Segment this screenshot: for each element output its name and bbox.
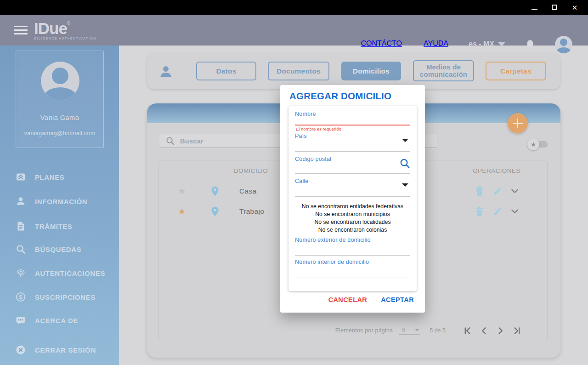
numero-interior-label: Número interior de domicilio	[295, 259, 369, 265]
trash-icon	[475, 186, 484, 196]
chevron-down-icon[interactable]	[402, 183, 408, 187]
dialog-title: AGREGAR DOMICILIO	[289, 91, 391, 102]
sidebar-item-label: AUTENTICACIONES	[35, 269, 105, 277]
pencil-icon	[493, 207, 502, 216]
codigo-postal-input[interactable]	[295, 173, 410, 174]
favorite-star-icon[interactable]: ★	[159, 206, 205, 217]
contact-link[interactable]: CONTÁCTO	[361, 40, 402, 48]
sidebar-item-autenticaciones[interactable]: AUTENTICACIONES	[16, 267, 114, 279]
tab-domicilios[interactable]: Domicilios	[341, 62, 401, 80]
sidebar-item-label: TRÁMITES	[35, 222, 72, 230]
edit-button[interactable]	[493, 207, 502, 216]
dollar-icon: $	[16, 292, 26, 302]
next-page-button[interactable]	[496, 326, 505, 335]
tab-documentos[interactable]: Documentos	[268, 62, 329, 80]
chevron-down-icon	[415, 329, 419, 331]
location-pin-icon	[205, 186, 225, 196]
sidebar-item-cerrar-sesion[interactable]: CERRAR SESIÓN	[16, 344, 114, 356]
delete-button[interactable]	[475, 206, 484, 216]
agregar-domicilio-dialog: AGREGAR DOMICILIO Nombre El nombre es re…	[280, 85, 425, 313]
chat-icon	[16, 315, 26, 325]
postal-search-button[interactable]	[400, 158, 410, 171]
chevron-down-icon[interactable]	[402, 139, 408, 142]
sidebar-item-busquedas[interactable]: BÚSQUEDAS	[16, 243, 114, 255]
search-icon	[16, 244, 26, 254]
tab-carpetas[interactable]: Carpetas	[486, 62, 546, 80]
minimize-button[interactable]	[527, 2, 541, 12]
search-icon	[166, 137, 175, 145]
menu-icon[interactable]	[14, 26, 28, 34]
favorite-star-icon[interactable]: ★	[159, 186, 205, 196]
last-page-icon	[513, 326, 521, 335]
user-avatar[interactable]	[555, 36, 572, 53]
expand-row-button[interactable]	[511, 189, 518, 194]
svg-text:$: $	[19, 294, 23, 301]
page-range-label: 5 de 5	[430, 327, 446, 334]
numero-exterior-input[interactable]	[295, 255, 410, 256]
logo-text: IDue	[34, 19, 67, 37]
sidebar-item-acerca-de[interactable]: ACERCA DE	[16, 314, 114, 326]
titlebar: ✕	[0, 0, 588, 15]
numero-interior-input[interactable]	[295, 278, 410, 278]
chevron-down-icon	[511, 209, 518, 214]
help-link[interactable]: AYUDA	[424, 40, 448, 48]
profile-email: vaniagamag@hotmail.com	[16, 130, 103, 137]
sidebar-item-label: ACERCA DE	[35, 317, 78, 325]
location-pin-icon	[205, 206, 225, 217]
accept-button[interactable]: ACEPTAR	[381, 296, 414, 303]
page-size-value: 6	[402, 326, 405, 333]
nombre-input[interactable]	[295, 125, 410, 125]
pais-select[interactable]	[295, 151, 410, 152]
star-icon: ★	[527, 138, 539, 150]
document-icon	[16, 221, 26, 231]
sidebar-item-tramites[interactable]: TRÁMITES	[16, 220, 114, 232]
sidebar-item-label: INFORMACIÓN	[35, 198, 87, 205]
tab-datos[interactable]: Datos	[196, 62, 256, 80]
message-colonias: No se encontraron colonias	[288, 226, 417, 234]
language-selector[interactable]: es - MX	[469, 40, 505, 48]
sidebar-item-label: BÚSQUEDAS	[35, 245, 81, 253]
chevron-right-icon	[496, 326, 505, 335]
fingerprint-icon	[16, 268, 26, 278]
domicilio-form: Nombre El nombre es requerido País Códig…	[288, 106, 417, 291]
nombre-error: El nombre es requerido	[296, 126, 341, 131]
calle-label: Calle	[295, 178, 309, 184]
sidebar: Vania Gama vaniagamag@hotmail.com PLANES…	[0, 46, 119, 365]
logo-subtitle: DILIGENCE AUTHENTICATION	[34, 37, 96, 40]
last-page-button[interactable]	[513, 326, 521, 335]
notifications-button[interactable]	[526, 40, 535, 51]
sidebar-item-suscripciones[interactable]: $ SUSCRIPCIONES	[16, 291, 114, 303]
first-page-button[interactable]	[463, 326, 472, 335]
maximize-button[interactable]	[548, 2, 561, 12]
add-domicilio-button[interactable]	[508, 113, 528, 133]
delete-button[interactable]	[475, 186, 484, 196]
items-per-page-label: Elementos por página	[335, 327, 393, 334]
person-icon	[159, 65, 173, 79]
codigo-postal-label: Código postal	[295, 156, 331, 162]
tab-medios-de-comunicacion[interactable]: Medios de comunicación	[413, 60, 474, 81]
sidebar-item-label: PLANES	[35, 173, 64, 181]
edit-button[interactable]	[493, 187, 502, 196]
search-icon	[400, 158, 410, 169]
sidebar-item-label: CERRAR SESIÓN	[35, 346, 96, 354]
close-button[interactable]: ✕	[568, 2, 582, 12]
favorites-toggle[interactable]: ★	[527, 138, 548, 150]
trash-icon	[475, 206, 484, 216]
maximize-icon	[552, 5, 557, 10]
message-localidades: No se encontraron localidades	[288, 218, 417, 226]
profile-name: Vania Gama	[16, 114, 103, 121]
sidebar-item-informacion[interactable]: INFORMACIÓN	[16, 195, 114, 207]
minimize-icon	[531, 9, 537, 10]
previous-page-button[interactable]	[480, 326, 488, 335]
message-entidades: No se encontraron entidades federativas	[288, 203, 417, 211]
app-header: IDue® DILIGENCE AUTHENTICATION CONTÁCTO …	[0, 15, 588, 46]
person-icon	[16, 196, 26, 206]
cancel-button[interactable]: CANCELAR	[328, 296, 368, 303]
calle-select[interactable]	[295, 196, 410, 197]
app-logo: IDue® DILIGENCE AUTHENTICATION	[34, 20, 96, 40]
pencil-icon	[493, 187, 502, 196]
language-label: es - MX	[469, 40, 494, 48]
sidebar-item-planes[interactable]: PLANES	[16, 171, 114, 183]
page-size-select[interactable]: 6	[399, 326, 420, 335]
expand-row-button[interactable]	[511, 209, 518, 214]
